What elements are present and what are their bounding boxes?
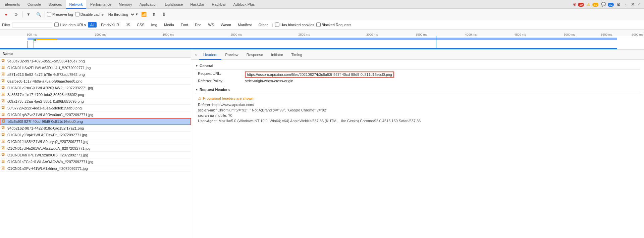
request-row[interactable]: 🖼O1CN01yUHu261WLA5rZwddA_!!2072092771.jp… — [0, 145, 191, 152]
tab-network[interactable]: Network — [66, 0, 86, 9]
ruler-mark-5000: 5000 ms — [564, 33, 576, 36]
preserve-log-checkbox[interactable] — [47, 12, 51, 16]
blocked-requests-checkbox[interactable] — [316, 22, 321, 27]
clear-button[interactable]: ⊘ — [12, 10, 20, 18]
tab-memory[interactable]: Memory — [115, 0, 136, 9]
tab-headers[interactable]: Headers — [199, 50, 221, 60]
hide-data-urls-checkbox-label[interactable]: Hide data URLs — [54, 22, 86, 27]
request-row[interactable]: 🖼O1CN01nXPvH41WLA1xldnsr_!!2072092771.jp… — [0, 165, 191, 172]
request-name: O1CN01sFCa2d1WLAAOAOvWb_!!2072092771.jpg — [7, 160, 93, 164]
user-agent-header-value: Mozilla/5.0 (Windows NT 10.0; Win64; x64… — [219, 119, 421, 123]
file-icon: 🖼 — [1, 99, 6, 104]
filter-other-button[interactable]: Other — [256, 22, 270, 28]
timeline: 500 ms 1000 ms 1500 ms 2000 ms 2500 ms 3… — [0, 30, 644, 50]
record-button[interactable]: ● — [2, 10, 10, 18]
filter-font-button[interactable]: Font — [178, 22, 191, 28]
request-row[interactable]: 🖼3a86317e-1e17-4700-bda2-30508e4660f2.pn… — [0, 91, 191, 98]
filter-ws-button[interactable]: WS — [206, 22, 217, 28]
file-icon: 🖼 — [1, 146, 6, 151]
request-name: O1CN01JHS5YZ1WLA9taryq2_!!2072092771.jpg — [7, 140, 89, 144]
tab-preview[interactable]: Preview — [221, 50, 243, 60]
wifi-icon-button[interactable]: 📶 — [140, 10, 148, 18]
preserve-log-checkbox-label[interactable]: Preserve log — [47, 12, 73, 16]
tab-console[interactable]: Console — [24, 0, 44, 9]
request-row[interactable]: 🖼O1CN01HSu2El1WLA6JDJH4U_!!2072092771.jp… — [0, 64, 191, 71]
request-row[interactable]: 🖼O1CN01vCsuGX1WLAB26XAW2_!!2072092771.jp… — [0, 85, 191, 91]
separator-1 — [22, 11, 22, 17]
has-blocked-cookies-checkbox[interactable] — [275, 22, 279, 27]
tab-elements[interactable]: Elements — [1, 0, 23, 9]
hide-data-urls-checkbox[interactable] — [54, 22, 59, 27]
request-headers-section-label: Request Headers — [200, 88, 230, 92]
request-row[interactable]: 🖼a571e213-5e92-4a72-b78e-6c573adc7562.pn… — [0, 71, 191, 78]
request-row[interactable]: 🖼O1CN01JHS5YZ1WLA9taryq2_!!2072092771.jp… — [0, 138, 191, 145]
download-icon-button[interactable]: ⬇ — [160, 10, 168, 18]
close-devtools-icon[interactable]: ✕ — [631, 2, 635, 7]
request-row[interactable]: 🖼b3c6a93f-927f-40cd-98d9-0c811d16ebd0.pn… — [0, 118, 191, 125]
info-badge: 💬 32 — [601, 2, 614, 7]
request-list-header: Name — [0, 50, 191, 58]
blocked-requests-text: Blocked Requests — [322, 23, 352, 27]
referrer-policy-row: Referrer Policy: strict-origin-when-cros… — [195, 78, 640, 84]
filter-fetch-xhr-button[interactable]: Fetch/XHR — [99, 22, 121, 28]
filter-toggle-button[interactable]: ▼ — [24, 10, 33, 18]
has-blocked-cookies-label[interactable]: Has blocked cookies — [275, 22, 314, 27]
hide-data-urls-label: Hide data URLs — [60, 23, 86, 27]
tab-hackbar1[interactable]: HackBar — [187, 0, 208, 9]
request-row[interactable]: 🖼O1CN01XaiTPU1WL9zm9Oil6_!!2072092771.jp… — [0, 152, 191, 158]
request-row[interactable]: 🖼0aafcec8-1c17-4b0a-a75a-bf96aae3eed0.pn… — [0, 78, 191, 85]
file-icon: 🖼 — [1, 126, 6, 131]
tab-sources[interactable]: Sources — [45, 0, 65, 9]
tab-initiator[interactable]: Initiator — [267, 50, 287, 60]
file-icon: 🖼 — [1, 59, 6, 63]
request-row[interactable]: 🖼58f37729-2c2c-4ed1-a61a-5defeb15fab3.pn… — [0, 105, 191, 111]
file-icon: 🖼 — [1, 106, 6, 110]
request-row[interactable]: 🖼O1CN01sFCa2d1WLAAOAOvWb_!!2072092771.jp… — [0, 158, 191, 165]
request-row[interactable]: 🖼9e60e732-9971-4075-9551-ca553341c6e7.pn… — [0, 58, 191, 64]
filter-wasm-button[interactable]: Wasm — [218, 22, 233, 28]
expand-icon[interactable]: ⤢ — [638, 2, 641, 6]
request-row[interactable]: 🖼94db2162-9871-4422-818c-0ad152f17a21.pn… — [0, 125, 191, 132]
general-section-header[interactable]: ▼ General — [195, 62, 640, 69]
provisional-headers-warning: ⚠ Provisional headers are shown — [195, 95, 640, 102]
filter-css-button[interactable]: CSS — [135, 22, 147, 28]
file-icon: 🖼 — [1, 112, 6, 117]
tab-response[interactable]: Response — [243, 50, 267, 60]
request-name: O1CN01yUHu261WLA5rZwddA_!!2072092771.jpg — [7, 146, 91, 150]
request-row[interactable]: 🖼O1CN01yJBqAf1WLA9TlswFr_!!2072092771.jp… — [0, 132, 191, 138]
tab-performance[interactable]: Performance — [87, 0, 115, 9]
filter-all-button[interactable]: All — [88, 22, 97, 28]
referrer-policy-label: Referrer Policy: — [198, 79, 245, 83]
disable-cache-checkbox-label[interactable]: Disable cache — [75, 12, 104, 16]
request-url-value[interactable]: https://osspro.apuxiao.com/files/2021082… — [245, 72, 394, 78]
request-name: b3c6a93f-927f-40cd-98d9-0c811d16ebd0.png — [8, 120, 83, 124]
request-headers-section-header[interactable]: ▼ Request Headers — [195, 86, 640, 93]
request-row[interactable]: 🖼O1CN01qWZvcZ1WLA9Rwa0mC_!!2072092771.jp… — [0, 111, 191, 118]
disable-cache-checkbox[interactable] — [75, 12, 79, 16]
tab-application[interactable]: Application — [136, 0, 161, 9]
tab-lighthouse[interactable]: Lighthouse — [161, 0, 186, 9]
upload-icon-button[interactable]: ⬆ — [150, 10, 158, 18]
throttle-select[interactable]: No throttling — [106, 11, 135, 17]
more-icon[interactable]: ⋮ — [624, 2, 628, 7]
tab-adblock[interactable]: Adblock Plus — [230, 0, 258, 9]
request-list-panel: Name 🖼9e60e732-9971-4075-9551-ca553341c6… — [0, 50, 191, 238]
referrer-policy-value: strict-origin-when-cross-origin — [245, 79, 293, 83]
request-list-body[interactable]: 🖼9e60e732-9971-4075-9551-ca553341c6e7.pn… — [0, 58, 191, 238]
blocked-requests-label[interactable]: Blocked Requests — [316, 22, 352, 27]
tab-hackbar2[interactable]: HackBar — [208, 0, 229, 9]
throttle-dropdown[interactable]: No throttling ▾ — [106, 11, 138, 17]
filter-media-button[interactable]: Media — [162, 22, 176, 28]
request-row[interactable]: 🖼c09a173c-22aa-4ae2-88b1-f1d96b853695.pn… — [0, 98, 191, 105]
details-close-button[interactable]: × — [193, 51, 199, 58]
search-button[interactable]: 🔍 — [35, 10, 43, 18]
tab-timing[interactable]: Timing — [287, 50, 306, 60]
details-panel: × Headers Preview Response Initiator Tim… — [191, 50, 644, 238]
filter-img-button[interactable]: Img — [149, 22, 160, 28]
filter-input[interactable] — [12, 22, 52, 28]
settings-icon[interactable]: ⚙ — [616, 2, 621, 7]
error-badge: ⊗ 10 — [573, 2, 584, 7]
filter-js-button[interactable]: JS — [123, 22, 132, 28]
filter-manifest-button[interactable]: Manifest — [235, 22, 254, 28]
filter-doc-button[interactable]: Doc — [193, 22, 204, 28]
